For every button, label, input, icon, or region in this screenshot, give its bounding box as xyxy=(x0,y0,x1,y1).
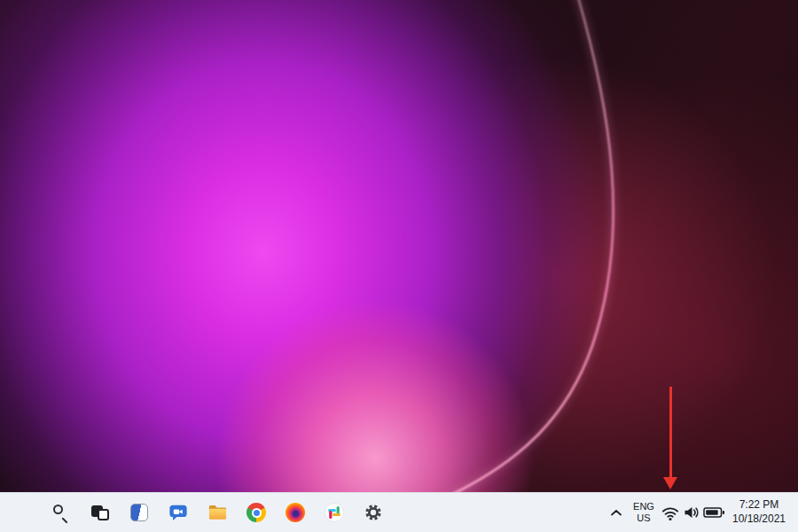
annotation-arrow-head xyxy=(663,477,677,489)
battery-icon xyxy=(703,506,725,519)
taskbar: ENG US xyxy=(0,492,798,532)
wifi-icon xyxy=(661,505,680,521)
slack-button[interactable] xyxy=(317,495,352,530)
language-line1: ENG xyxy=(633,501,654,512)
firefox-button[interactable] xyxy=(278,495,313,530)
chrome-button[interactable] xyxy=(239,495,274,530)
annotation-arrow xyxy=(663,387,677,491)
volume-icon xyxy=(683,505,700,520)
task-view-button[interactable] xyxy=(82,495,118,530)
task-view-icon xyxy=(91,504,109,521)
desktop-wallpaper xyxy=(0,0,798,493)
clock[interactable]: 7:22 PM 10/18/2021 xyxy=(725,496,791,529)
slack-icon xyxy=(325,503,344,522)
widgets-button[interactable] xyxy=(121,495,157,530)
gear-icon xyxy=(364,503,383,522)
wifi-button[interactable] xyxy=(660,496,681,529)
bloom-crescent xyxy=(0,0,798,493)
chat-bubble-icon xyxy=(168,504,188,522)
settings-button[interactable] xyxy=(356,495,391,530)
chevron-up-icon xyxy=(610,509,622,517)
battery-button[interactable] xyxy=(702,496,725,529)
chrome-icon xyxy=(246,503,266,522)
file-explorer-button[interactable] xyxy=(200,495,235,530)
search-button[interactable] xyxy=(43,495,79,530)
firefox-icon xyxy=(286,503,305,522)
volume-button[interactable] xyxy=(681,496,702,529)
annotation-arrow-shaft xyxy=(669,387,672,478)
start-button[interactable] xyxy=(4,495,40,530)
chat-button[interactable] xyxy=(160,495,196,530)
taskbar-apps xyxy=(0,495,393,530)
search-icon xyxy=(52,504,70,521)
system-tray: ENG US xyxy=(605,493,798,532)
windows-logo-icon xyxy=(13,504,31,521)
clock-date: 10/18/2021 xyxy=(732,512,786,527)
widgets-icon xyxy=(130,504,148,521)
language-line2: US xyxy=(637,512,650,524)
folder-icon xyxy=(207,504,228,521)
clock-time: 7:22 PM xyxy=(739,498,779,512)
hidden-icons-chevron-button[interactable] xyxy=(605,496,628,529)
language-indicator[interactable]: ENG US xyxy=(628,496,660,529)
